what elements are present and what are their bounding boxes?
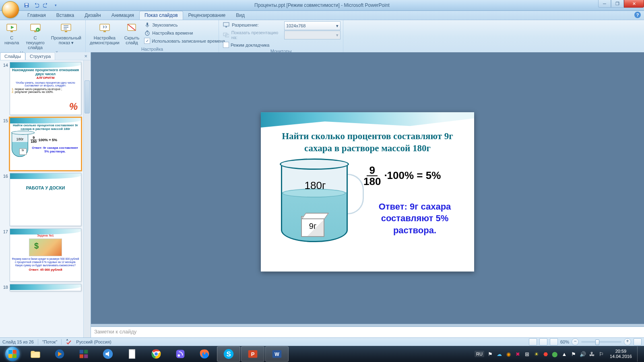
status-language[interactable]: Русский (Россия) <box>76 339 111 344</box>
from-beginning-button[interactable]: С начала <box>2 21 21 46</box>
thumbnail-16[interactable]: 16 РАБОТА У ДОСКИ <box>2 173 90 226</box>
thumbnail-17[interactable]: 17 Задача №1 $ Фермер взял в банке креди… <box>2 228 90 282</box>
custom-show-button[interactable]: Произвольный показ ▾ <box>50 21 83 46</box>
work-area: Слайды Структура × 14 Нахождение процент… <box>0 52 644 338</box>
mic-icon <box>144 22 151 28</box>
show-desktop-button[interactable] <box>637 346 641 362</box>
undo-icon[interactable] <box>32 1 41 9</box>
record-narration-button[interactable]: Звукозапись <box>142 21 227 29</box>
minimize-button[interactable]: ─ <box>598 0 611 8</box>
taskbar-clock[interactable]: 20:59 14.04.2016 <box>607 349 634 359</box>
svg-rect-14 <box>147 23 148 26</box>
view-normal-button[interactable] <box>529 338 537 346</box>
taskbar-firefox[interactable] <box>193 346 216 362</box>
pane-close-icon[interactable]: × <box>83 53 89 59</box>
view-sorter-button[interactable] <box>539 338 547 346</box>
rehearse-timings-button[interactable]: Настройка времени <box>142 29 227 37</box>
hide-slide-icon <box>125 22 138 35</box>
taskbar-viber[interactable] <box>169 346 192 362</box>
taskbar: S P W RU ⚑ ☁ ◉ ✖ ⊞ ☀ ⬣ ⬤ ▲ ⚑ 🔊 🖧 ⚐ 20:59… <box>0 346 644 362</box>
thumbnail-14[interactable]: 14 Нахождение процентного отношения двух… <box>2 62 90 115</box>
tray-icon[interactable]: ⚑ <box>487 351 493 357</box>
setup-icon <box>98 22 111 35</box>
thumbnails-scrollbar[interactable] <box>83 60 91 338</box>
play-current-icon <box>29 22 42 35</box>
tab-slideshow[interactable]: Показ слайдов <box>139 11 183 20</box>
resolution-dropdown[interactable]: 1024x768▾ <box>284 21 341 30</box>
tab-outline[interactable]: Структура <box>25 52 55 60</box>
svg-rect-6 <box>34 31 37 32</box>
tab-view[interactable]: Вид <box>231 11 250 20</box>
zoom-slider[interactable] <box>581 341 621 343</box>
tray-icon[interactable]: ✖ <box>515 351 521 357</box>
qat-more-icon[interactable]: ▾ <box>51 1 60 9</box>
taskbar-notepad[interactable] <box>120 346 144 362</box>
tray-icon[interactable]: ☀ <box>533 351 540 357</box>
svg-rect-11 <box>103 31 106 32</box>
tray-icon[interactable]: ☁ <box>496 351 503 357</box>
notes-pane[interactable]: Заметки к слайду <box>91 327 644 338</box>
hide-slide-button[interactable]: Скрыть слайд <box>123 21 141 46</box>
taskbar-word[interactable]: W <box>265 346 289 362</box>
svg-rect-2 <box>25 6 27 7</box>
tab-insert[interactable]: Вставка <box>51 11 80 20</box>
taskbar-chrome[interactable] <box>144 346 168 362</box>
thumbnail-15[interactable]: 15 Найти сколько процентов составляют 9г… <box>2 117 90 171</box>
notes-splitter[interactable] <box>91 324 644 327</box>
tray-icon[interactable]: ⚑ <box>570 351 577 357</box>
current-slide[interactable]: Найти сколько процентов составляют 9г са… <box>261 112 474 272</box>
custom-show-icon <box>60 22 72 35</box>
tab-slides[interactable]: Слайды <box>0 52 25 60</box>
tab-review[interactable]: Рецензирование <box>183 11 231 20</box>
tray-icon[interactable]: ⊞ <box>524 351 530 357</box>
spellcheck-icon[interactable] <box>66 339 72 345</box>
svg-rect-27 <box>84 354 88 358</box>
tab-home[interactable]: Главная <box>22 11 51 20</box>
restore-button[interactable]: ❐ <box>611 0 624 8</box>
tray-icon[interactable]: ⬣ <box>543 351 549 357</box>
zoom-out-button[interactable]: − <box>572 338 579 346</box>
save-icon[interactable] <box>22 1 31 9</box>
thumbnails-list[interactable]: 14 Нахождение процентного отношения двух… <box>0 60 91 338</box>
taskbar-volume[interactable] <box>96 346 120 362</box>
taskbar-office[interactable] <box>72 346 95 362</box>
beaker-graphic: 180г 9г <box>277 158 353 243</box>
ribbon: С начала С текущего слайда Произвольный … <box>0 20 644 53</box>
tray-action-center-icon[interactable]: ⚐ <box>598 351 605 357</box>
svg-point-34 <box>178 354 180 357</box>
tray-icon[interactable]: ▲ <box>561 351 568 357</box>
tray-network-icon[interactable]: 🖧 <box>589 351 595 357</box>
redo-icon[interactable] <box>41 1 50 9</box>
help-icon[interactable]: ? <box>634 12 641 18</box>
sugar-cube: 9г <box>301 216 324 237</box>
taskbar-skype[interactable]: S <box>217 346 240 362</box>
taskbar-mediaplayer[interactable] <box>48 346 71 362</box>
svg-rect-17 <box>223 23 229 26</box>
zoom-level[interactable]: 60% <box>560 339 569 344</box>
tray-icon[interactable]: ⬤ <box>552 351 558 357</box>
from-current-button[interactable]: С текущего слайда <box>23 21 48 51</box>
fit-to-window-button[interactable] <box>634 338 642 346</box>
thumbnail-18[interactable]: 18 <box>2 284 90 291</box>
language-indicator[interactable]: RU <box>475 351 484 357</box>
start-button[interactable] <box>2 346 23 362</box>
setup-show-button[interactable]: Настройка демонстрации <box>88 21 121 46</box>
svg-rect-18 <box>225 27 227 27</box>
svg-rect-24 <box>80 350 83 354</box>
taskbar-powerpoint[interactable]: P <box>241 346 264 362</box>
slide-canvas[interactable]: Найти сколько процентов составляют 9г са… <box>91 52 644 338</box>
dual-monitor-icon <box>223 32 229 38</box>
tray-volume-icon[interactable]: 🔊 <box>580 351 586 357</box>
presenter-view-checkbox[interactable]: Режим докладчика <box>221 41 283 49</box>
show-on-dropdown: ▾ <box>284 31 341 39</box>
zoom-in-button[interactable]: + <box>624 338 631 346</box>
tab-animation[interactable]: Анимация <box>106 11 139 20</box>
tab-design[interactable]: Дизайн <box>79 11 106 20</box>
taskbar-explorer[interactable] <box>24 346 47 362</box>
svg-rect-33 <box>176 350 185 358</box>
view-slideshow-button[interactable] <box>550 338 558 346</box>
use-timings-checkbox[interactable]: ✓Использовать записанные времена <box>142 37 227 45</box>
tray-icon[interactable]: ◉ <box>506 351 512 357</box>
close-button[interactable]: ✕ <box>624 0 644 8</box>
office-button[interactable] <box>2 1 19 18</box>
